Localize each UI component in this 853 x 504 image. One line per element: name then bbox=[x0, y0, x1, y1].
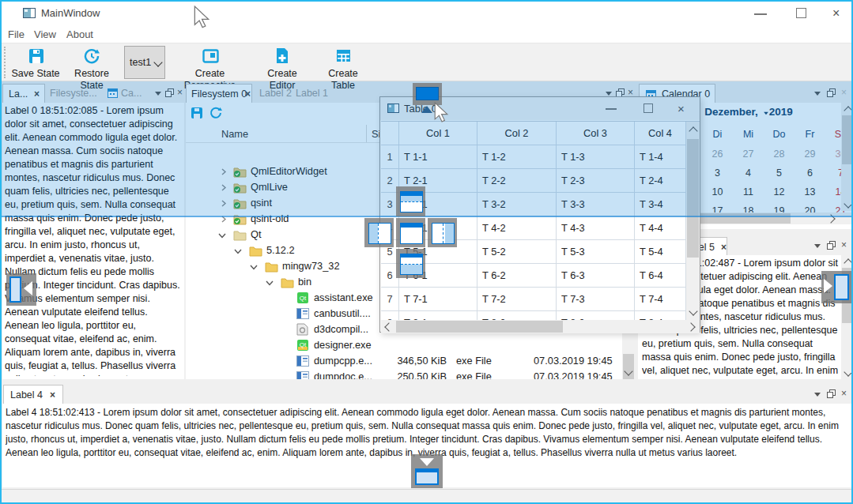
tree-item-label: assistant.exe bbox=[314, 290, 373, 306]
table-cell[interactable]: T 5-3 bbox=[557, 240, 635, 264]
file-date: 07.03.2019 19:45 bbox=[534, 353, 613, 369]
table-cell[interactable]: T 4-3 bbox=[557, 216, 635, 240]
edge-drop-indicator-right[interactable] bbox=[821, 271, 853, 303]
app-file-icon bbox=[296, 308, 309, 319]
svg-text:Qt: Qt bbox=[300, 295, 307, 302]
drop-indicator-center[interactable] bbox=[396, 218, 425, 247]
tab-label4-text: Label 4 bbox=[10, 386, 43, 404]
drop-indicator-bottom[interactable] bbox=[396, 249, 425, 278]
table-hscroll-thumb[interactable] bbox=[396, 321, 563, 333]
table-row-header[interactable]: 7 bbox=[381, 288, 399, 311]
file-size: 250,50 KiB bbox=[381, 369, 447, 379]
window-title: MainWindow bbox=[41, 7, 100, 19]
app-file-icon bbox=[296, 355, 309, 367]
toolbar: Save State Restore State test1 Create Pe… bbox=[2, 44, 851, 81]
table-cell[interactable]: T 4-4 bbox=[635, 216, 686, 240]
tree-item-label: designer.exe bbox=[314, 337, 372, 353]
editor-icon bbox=[276, 47, 289, 64]
drop-indicator-top[interactable] bbox=[396, 186, 425, 216]
window-titlebar[interactable]: MainWindow × bbox=[2, 2, 851, 25]
table-cell[interactable]: T 5-4 bbox=[635, 240, 686, 264]
table-cell[interactable]: T 4-2 bbox=[477, 216, 557, 240]
table-cell[interactable]: T 8-1 bbox=[399, 311, 477, 320]
table-cell[interactable]: T 7-4 bbox=[635, 288, 686, 311]
tree-item[interactable]: dumpcpp.e... 346,50 KiB exe File 07.03.2… bbox=[186, 353, 628, 369]
menu-view[interactable]: View bbox=[31, 28, 59, 42]
restore-state-button[interactable]: Restore State bbox=[65, 46, 119, 80]
dll-file-icon bbox=[296, 323, 308, 336]
save-icon bbox=[28, 48, 44, 64]
scroll-up-icon[interactable] bbox=[844, 258, 852, 267]
perspective-combobox[interactable]: test1 bbox=[124, 46, 165, 79]
tree-item[interactable]: dumpdoc.e... 250,50 KiB exe File 07.03.2… bbox=[186, 369, 628, 379]
label4-area-float-icon[interactable] bbox=[827, 389, 836, 398]
drop-indicator-right[interactable] bbox=[428, 218, 457, 247]
menu-file[interactable]: File bbox=[5, 28, 28, 42]
save-state-label: Save State bbox=[11, 68, 60, 80]
combo-arrow-icon bbox=[153, 58, 162, 66]
scroll-down-icon[interactable] bbox=[844, 367, 852, 376]
close-button[interactable]: × bbox=[832, 6, 840, 21]
table-cell[interactable]: T 6-3 bbox=[557, 264, 635, 288]
toolbar-handle[interactable] bbox=[4, 47, 6, 78]
label5-area-close-icon[interactable]: × bbox=[841, 240, 847, 250]
qt-exe-icon: Qt bbox=[296, 339, 309, 352]
edge-drop-indicator-bottom[interactable] bbox=[411, 454, 443, 488]
table-cell[interactable]: T 7-2 bbox=[477, 288, 557, 311]
table-icon bbox=[336, 49, 351, 62]
scroll-down-icon[interactable] bbox=[689, 307, 697, 315]
create-perspective-button[interactable]: Create Perspective bbox=[171, 46, 249, 80]
maximize-button[interactable] bbox=[796, 8, 806, 18]
restore-state-label: Restore State bbox=[65, 68, 119, 80]
drop-indicator-left[interactable] bbox=[364, 218, 394, 247]
file-date: 07.03.2019 19:45 bbox=[534, 369, 613, 379]
scroll-left-icon[interactable] bbox=[384, 322, 393, 331]
table-cell[interactable]: T 7-1 bbox=[399, 288, 477, 311]
table-hscrollbar[interactable] bbox=[381, 320, 700, 333]
table-cell[interactable]: T 6-2 bbox=[477, 264, 557, 288]
folder-icon bbox=[233, 229, 247, 241]
expander-expanded-icon[interactable] bbox=[218, 232, 226, 239]
create-editor-label: Create Editor bbox=[255, 68, 310, 80]
table-cell[interactable]: T 7-3 bbox=[557, 288, 635, 311]
expander-expanded-icon[interactable] bbox=[234, 248, 242, 255]
expander-expanded-icon[interactable] bbox=[250, 264, 258, 271]
perspective-value: test1 bbox=[130, 57, 151, 68]
tree-item-label: canbusutil.... bbox=[314, 306, 371, 322]
folder-icon bbox=[265, 261, 278, 273]
table-cell[interactable]: T 5-2 bbox=[477, 240, 557, 264]
status-bar bbox=[2, 489, 853, 504]
table-cell[interactable]: T 8-3 bbox=[557, 311, 635, 320]
table-cell[interactable]: T 8-4 bbox=[635, 311, 686, 320]
tree-item-label: mingw73_32 bbox=[282, 258, 340, 274]
create-editor-button[interactable]: Create Editor bbox=[255, 46, 310, 80]
label4-area-close-icon[interactable]: × bbox=[841, 389, 847, 398]
tree-item-label: dumpcpp.e... bbox=[314, 353, 372, 369]
file-size: 346,50 KiB bbox=[381, 353, 447, 369]
file-type: exe File bbox=[456, 353, 492, 369]
file-type: exe File bbox=[456, 369, 492, 379]
label5-area-menu-icon[interactable] bbox=[814, 244, 821, 248]
save-state-button[interactable]: Save State bbox=[11, 46, 60, 80]
minimize-button[interactable] bbox=[754, 13, 767, 15]
qt-exe-icon: Qt bbox=[296, 291, 309, 304]
label4-area-menu-icon[interactable] bbox=[814, 393, 821, 397]
table-cell[interactable]: T 6-4 bbox=[635, 264, 686, 288]
table-row-header[interactable]: 8 bbox=[381, 311, 399, 320]
tab-label4[interactable]: Label 4 × bbox=[3, 385, 63, 404]
folder-icon bbox=[249, 245, 262, 257]
folder-icon bbox=[281, 276, 294, 288]
create-table-button[interactable]: Create Table bbox=[315, 46, 371, 80]
tab-label5-close-icon[interactable]: × bbox=[716, 242, 727, 253]
label5-area-float-icon[interactable] bbox=[827, 241, 836, 250]
tab-label4-close-icon[interactable]: × bbox=[45, 389, 55, 401]
table-cell[interactable]: T 8-2 bbox=[477, 311, 557, 320]
scroll-right-icon[interactable] bbox=[686, 322, 695, 331]
menu-about[interactable]: About bbox=[63, 28, 96, 42]
tree-item-label: d3dcompil... bbox=[314, 322, 368, 337]
expander-expanded-icon[interactable] bbox=[266, 280, 274, 287]
create-table-label: Create Table bbox=[315, 68, 371, 80]
tree-item[interactable]: Qt designer.exe bbox=[186, 337, 628, 353]
edge-drop-indicator-left[interactable] bbox=[6, 273, 36, 306]
restore-icon bbox=[84, 48, 100, 64]
